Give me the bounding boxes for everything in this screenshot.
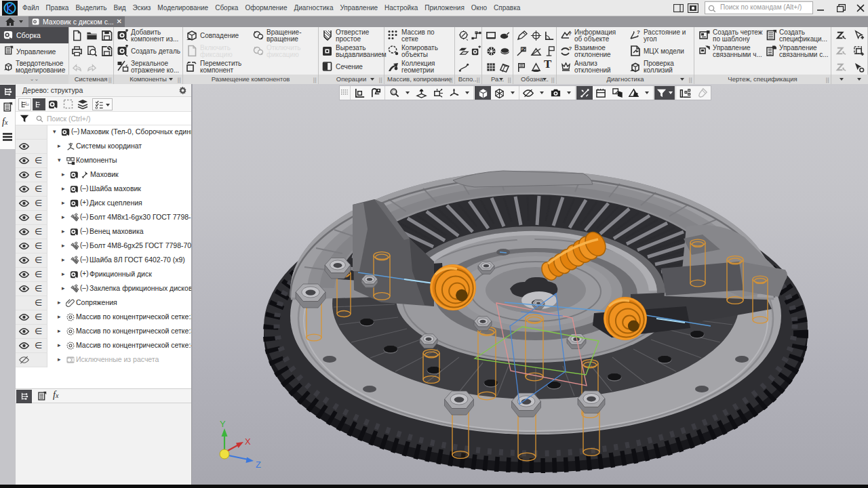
svg-text:Z: Z [256, 460, 261, 470]
svg-text:12: 12 [26, 103, 29, 106]
svg-text:Y: Y [220, 419, 226, 429]
svg-text:X: X [245, 436, 251, 447]
